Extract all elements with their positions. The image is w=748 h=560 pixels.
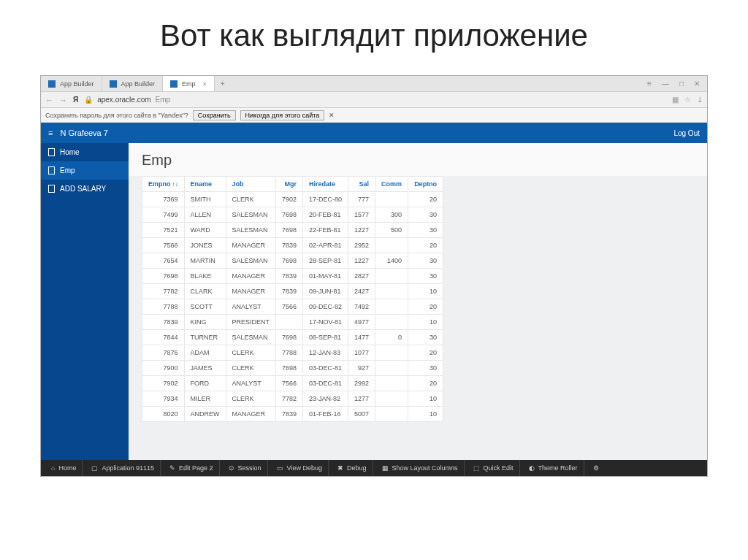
- devbar-edit[interactable]: ✎Edit Page 2: [164, 460, 220, 476]
- devbar-home[interactable]: ⌂Home: [45, 460, 83, 476]
- devbar-view[interactable]: ▭View Debug: [271, 460, 329, 476]
- cell-deptno: 30: [408, 253, 443, 269]
- never-save-button[interactable]: Никогда для этого сайта: [240, 110, 325, 120]
- table-row[interactable]: 7839KINGPRESIDENT17-NOV-81497710: [142, 315, 443, 330]
- sort-indicator-icon: ↑↓: [172, 181, 178, 188]
- close-window-button[interactable]: ✕: [694, 80, 700, 88]
- table-row[interactable]: 7654MARTINSALESMAN769828-SEP-81122714003…: [142, 253, 443, 269]
- table-row[interactable]: 7876ADAMCLERK778812-JAN-83107720: [142, 345, 443, 361]
- sidebar-item[interactable]: ADD SALARY: [41, 180, 129, 198]
- shield-icon[interactable]: ▦: [672, 96, 679, 104]
- table-row[interactable]: 7499ALLENSALESMAN769820-FEB-81157730030: [142, 207, 443, 223]
- table-row[interactable]: 7698BLAKEMANAGER783901-MAY-81282730: [142, 269, 443, 284]
- cell-deptno: 10: [408, 315, 443, 330]
- column-header[interactable]: Mgr: [276, 177, 303, 192]
- cell-job: SALESMAN: [226, 223, 276, 238]
- column-header[interactable]: Job: [226, 177, 276, 192]
- close-prompt-button[interactable]: ✕: [329, 112, 335, 119]
- theme-icon: ◐: [529, 464, 535, 472]
- cell-empno: 7844: [142, 330, 185, 345]
- table-row[interactable]: 7566JONESMANAGER783902-APR-81295220: [142, 238, 443, 253]
- logout-link[interactable]: Log Out: [673, 129, 700, 137]
- back-button[interactable]: ←: [45, 96, 53, 104]
- table-row[interactable]: 7788SCOTTANALYST756609-DEC-82749220: [142, 299, 443, 315]
- cell-hiredate: 03-DEC-81: [303, 376, 348, 391]
- bookmark-icon[interactable]: ☆: [684, 96, 691, 104]
- devbar-label: Application 91115: [102, 464, 154, 472]
- yandex-icon[interactable]: Я: [73, 96, 78, 104]
- close-tab-button[interactable]: ×: [203, 80, 207, 88]
- cell-empno: 7876: [142, 345, 185, 361]
- cell-comm: 1400: [375, 253, 408, 269]
- cell-comm: [375, 284, 408, 299]
- table-row[interactable]: 7782CLARKMANAGER783909-JUN-81242710: [142, 284, 443, 299]
- tab-favicon-icon: [170, 80, 178, 88]
- hamburger-icon[interactable]: ≡: [48, 129, 53, 137]
- cell-mgr: 7566: [276, 299, 303, 315]
- cell-deptno: 30: [408, 361, 443, 376]
- cell-ename: MARTIN: [184, 253, 226, 269]
- address-host[interactable]: apex.oracle.com: [97, 96, 150, 104]
- cell-ename: TURNER: [184, 330, 226, 345]
- menu-icon[interactable]: ≡: [647, 80, 652, 88]
- cell-ename: ADAM: [184, 345, 226, 361]
- cell-ename: BLAKE: [184, 269, 226, 284]
- cell-deptno: 10: [408, 391, 443, 407]
- column-header[interactable]: Deptno: [408, 177, 443, 192]
- table-row[interactable]: 7900JAMESCLERK769803-DEC-8192730: [142, 361, 443, 376]
- devbar-layout[interactable]: ▦Show Layout Columns: [376, 460, 465, 476]
- devbar-debug[interactable]: ✖Debug: [332, 460, 373, 476]
- devbar-label: Edit Page 2: [179, 464, 213, 472]
- browser-tab[interactable]: Emp×: [163, 76, 215, 91]
- table-row[interactable]: 7934MILERCLERK778223-JAN-82127710: [142, 391, 443, 407]
- cell-hiredate: 23-JAN-82: [303, 391, 348, 407]
- minimize-button[interactable]: —: [662, 80, 669, 88]
- table-row[interactable]: 7521WARDSALESMAN769822-FEB-81122750030: [142, 223, 443, 238]
- devbar-quick[interactable]: ⬚Quick Edit: [468, 460, 520, 476]
- cell-ename: FORD: [184, 376, 226, 391]
- column-header[interactable]: Empno↑↓: [142, 177, 185, 192]
- sidebar-item-label: ADD SALARY: [60, 185, 106, 193]
- column-header[interactable]: Comm: [375, 177, 408, 192]
- tab-label: Emp: [182, 80, 196, 88]
- sidebar-item[interactable]: Home: [41, 143, 129, 161]
- cell-ename: CLARK: [184, 284, 226, 299]
- column-header[interactable]: Hiredate: [303, 177, 348, 192]
- cell-hiredate: 17-NOV-81: [303, 315, 348, 330]
- apex-app: ≡ N Grafeeva 7 Log Out HomeEmpADD SALARY…: [41, 123, 707, 476]
- cell-job: CLERK: [226, 391, 276, 407]
- cell-comm: 300: [375, 207, 408, 223]
- devbar-app[interactable]: ▢Application 91115: [85, 460, 161, 476]
- column-header[interactable]: Sal: [348, 177, 375, 192]
- cell-mgr: 7698: [276, 223, 303, 238]
- browser-tab[interactable]: App Builder: [41, 76, 102, 91]
- cell-comm: [375, 238, 408, 253]
- cell-hiredate: 09-DEC-82: [303, 299, 348, 315]
- layout-icon: ▦: [382, 464, 389, 472]
- download-icon[interactable]: ⤓: [697, 96, 703, 104]
- devbar-theme[interactable]: ◐Theme Roller: [523, 460, 584, 476]
- new-tab-button[interactable]: +: [215, 80, 231, 88]
- cell-comm: [375, 299, 408, 315]
- sidebar-item[interactable]: Emp: [41, 161, 129, 180]
- devbar-label: Debug: [347, 464, 367, 472]
- table-row[interactable]: 7369SMITHCLERK790217-DEC-8077720: [142, 192, 443, 207]
- cell-deptno: 30: [408, 269, 443, 284]
- save-password-button[interactable]: Сохранить: [193, 110, 236, 120]
- devbar-session[interactable]: ⊙Session: [223, 460, 268, 476]
- table-row[interactable]: 7902FORDANALYST756603-DEC-81299220: [142, 376, 443, 391]
- table-row[interactable]: 7844TURNERSALESMAN769808-SEP-811477030: [142, 330, 443, 345]
- cell-mgr: 7698: [276, 361, 303, 376]
- maximize-button[interactable]: □: [679, 80, 684, 88]
- column-header[interactable]: Ename: [184, 177, 226, 192]
- cell-mgr: 7698: [276, 330, 303, 345]
- cell-mgr: 7788: [276, 345, 303, 361]
- devbar-gear[interactable]: ⚙: [587, 460, 605, 476]
- cell-empno: 7499: [142, 207, 185, 223]
- cell-sal: 1577: [348, 207, 375, 223]
- browser-tab[interactable]: App Builder: [102, 76, 164, 91]
- cell-empno: 7521: [142, 223, 185, 238]
- forward-button[interactable]: →: [59, 96, 67, 104]
- address-path[interactable]: Emp: [156, 96, 171, 104]
- table-row[interactable]: 8020ANDREWMANAGER783901-FEB-16500710: [142, 407, 443, 422]
